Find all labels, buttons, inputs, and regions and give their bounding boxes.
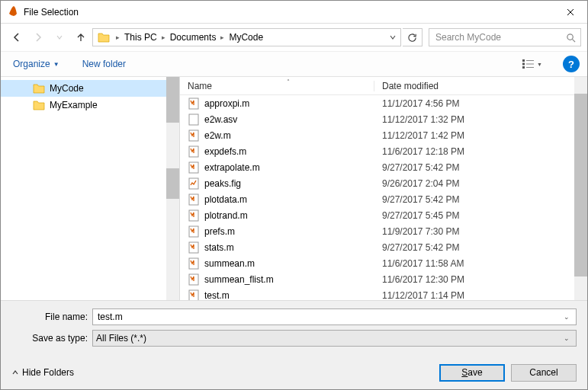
file-row[interactable]: plotrand.m 9/27/2017 5:45 PM xyxy=(180,207,587,223)
breadcrumb-label: MyCode xyxy=(229,32,263,43)
file-date: 11/12/2017 1:42 PM xyxy=(374,130,587,141)
arrow-up-icon xyxy=(76,32,86,43)
saveas-dropdown[interactable]: ⌄ xyxy=(561,334,573,342)
forward-button[interactable] xyxy=(28,27,48,47)
tree-item-label: MyExample xyxy=(50,100,98,110)
chevron-right-icon: ▸ xyxy=(160,34,167,41)
save-form: File name: ⌄ Save as type: All Files (*.… xyxy=(1,301,587,356)
recent-dropdown[interactable] xyxy=(50,27,69,47)
file-row[interactable]: summean.m 11/6/2017 11:58 AM xyxy=(180,255,587,271)
organize-button[interactable]: Organize ▼ xyxy=(8,56,64,72)
file-row[interactable]: extrapolate.m 9/27/2017 5:42 PM xyxy=(180,159,587,175)
breadcrumb-root[interactable] xyxy=(95,29,114,46)
close-button[interactable] xyxy=(553,1,587,23)
file-date: 11/1/2017 4:56 PM xyxy=(374,98,587,109)
breadcrumb-label: This PC xyxy=(124,32,157,43)
file-row[interactable]: approxpi.m 11/1/2017 4:56 PM xyxy=(180,95,587,111)
up-button[interactable] xyxy=(71,27,91,47)
body: MyCode MyExample ˄ Name Date modified ap… xyxy=(1,77,587,301)
save-label: Save xyxy=(461,367,482,378)
tree-item[interactable]: MyExample xyxy=(1,97,179,113)
file-icon xyxy=(188,257,200,270)
window-title: File Selection xyxy=(24,7,553,18)
cancel-button[interactable]: Cancel xyxy=(511,364,577,382)
folder-icon xyxy=(98,31,110,43)
breadcrumb-seg-0[interactable]: This PC xyxy=(121,29,160,46)
svg-rect-5 xyxy=(526,60,534,61)
file-name: peaks.fig xyxy=(204,178,241,189)
view-options-button[interactable]: ▼ xyxy=(520,56,545,72)
breadcrumb-seg-2[interactable]: MyCode xyxy=(226,29,266,46)
back-button[interactable] xyxy=(7,27,27,47)
scrollbar-thumb[interactable] xyxy=(574,94,587,277)
caret-down-icon: ▼ xyxy=(537,62,542,67)
breadcrumb[interactable]: ▸ This PC ▸ Documents ▸ MyCode xyxy=(92,28,401,46)
filename-input[interactable] xyxy=(96,311,561,323)
file-row[interactable]: test.m 11/12/2017 1:14 PM xyxy=(180,287,587,300)
file-icon xyxy=(188,129,200,142)
file-icon xyxy=(188,177,200,190)
titlebar: File Selection xyxy=(1,1,587,24)
help-button[interactable]: ? xyxy=(563,56,580,72)
saveas-label: Save as type: xyxy=(11,333,88,344)
toolbar: Organize ▼ New folder ▼ ? xyxy=(1,51,587,77)
file-name: prefs.m xyxy=(204,226,235,237)
chevron-right-icon: ▸ xyxy=(219,34,226,41)
column-header-name[interactable]: Name xyxy=(180,81,374,91)
scrollbar-thumb[interactable] xyxy=(166,77,179,123)
breadcrumb-dropdown[interactable] xyxy=(387,34,399,40)
search-box[interactable] xyxy=(429,28,581,46)
file-icon xyxy=(188,193,200,206)
file-icon xyxy=(188,98,200,110)
new-folder-button[interactable]: New folder xyxy=(78,56,130,72)
chevron-down-icon xyxy=(390,34,396,40)
file-date: 9/27/2017 5:45 PM xyxy=(374,210,587,221)
file-name: extrapolate.m xyxy=(204,162,260,173)
file-row[interactable]: prefs.m 11/9/2017 7:30 PM xyxy=(180,223,587,239)
file-date: 11/9/2017 7:30 PM xyxy=(374,226,587,237)
file-name: stats.m xyxy=(204,242,234,253)
app-icon xyxy=(7,6,19,18)
chevron-up-icon xyxy=(11,369,19,376)
file-name: summean_flist.m xyxy=(204,274,274,285)
filename-label: File name: xyxy=(11,312,88,322)
file-row[interactable]: expdefs.m 11/6/2017 12:18 PM xyxy=(180,143,587,159)
file-name: summean.m xyxy=(204,258,255,269)
filename-field[interactable]: ⌄ xyxy=(92,308,577,325)
svg-rect-7 xyxy=(526,64,534,65)
file-row[interactable]: peaks.fig 9/26/2017 2:04 PM xyxy=(180,175,587,191)
hide-folders-button[interactable]: Hide Folders xyxy=(11,367,74,378)
saveas-field[interactable]: All Files (*.*) ⌄ xyxy=(92,330,577,347)
file-icon xyxy=(188,273,200,286)
svg-rect-6 xyxy=(522,63,525,66)
search-input[interactable] xyxy=(434,31,566,43)
organize-label: Organize xyxy=(13,59,50,69)
column-header-date[interactable]: Date modified xyxy=(374,81,587,91)
cancel-label: Cancel xyxy=(529,367,557,378)
chevron-down-icon xyxy=(56,34,63,40)
file-row[interactable]: e2w.m 11/12/2017 1:42 PM xyxy=(180,127,587,143)
file-row[interactable]: e2w.asv 11/12/2017 1:32 PM xyxy=(180,111,587,127)
file-row[interactable]: plotdata.m 9/27/2017 5:42 PM xyxy=(180,191,587,207)
sort-indicator-icon: ˄ xyxy=(287,78,290,85)
refresh-button[interactable] xyxy=(403,28,423,46)
folder-tree[interactable]: MyCode MyExample xyxy=(1,77,180,300)
file-row[interactable]: summean_flist.m 11/6/2017 12:30 PM xyxy=(180,271,587,287)
arrow-right-icon xyxy=(33,32,43,43)
file-icon xyxy=(188,225,200,238)
file-icon xyxy=(188,113,200,126)
caret-down-icon: ▼ xyxy=(53,61,59,68)
breadcrumb-seg-1[interactable]: Documents xyxy=(167,29,220,46)
scrollbar-thumb[interactable] xyxy=(166,168,179,199)
file-date: 9/27/2017 5:42 PM xyxy=(374,194,587,205)
file-icon xyxy=(188,145,200,158)
file-list[interactable]: ˄ Name Date modified approxpi.m 11/1/201… xyxy=(180,77,587,300)
filename-dropdown[interactable]: ⌄ xyxy=(561,313,573,321)
file-icon xyxy=(188,241,200,254)
file-date: 11/6/2017 12:30 PM xyxy=(374,274,587,285)
save-button[interactable]: Save xyxy=(439,364,505,382)
file-icon xyxy=(188,161,200,174)
tree-item[interactable]: MyCode xyxy=(1,80,179,97)
file-row[interactable]: stats.m 9/27/2017 5:42 PM xyxy=(180,239,587,255)
breadcrumb-label: Documents xyxy=(170,32,217,43)
